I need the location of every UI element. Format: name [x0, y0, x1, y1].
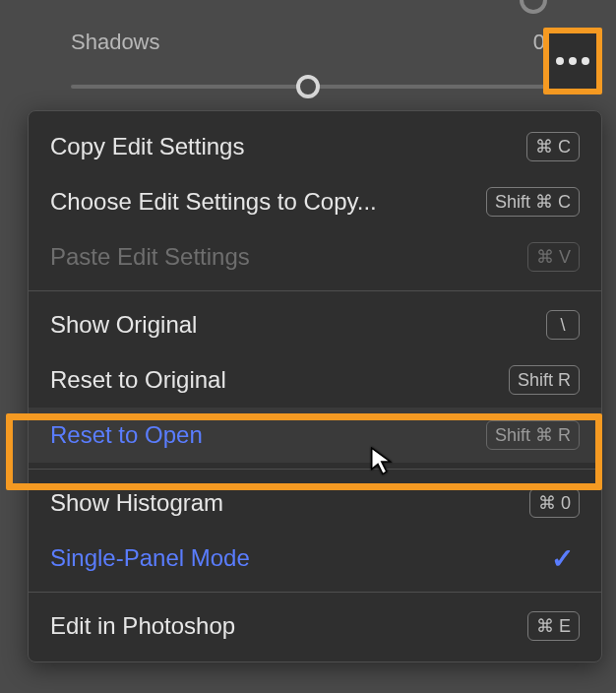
ellipsis-icon: [556, 57, 589, 65]
more-options-menu: Copy Edit Settings ⌘ C Choose Edit Setti…: [28, 110, 602, 662]
menu-item-reset-to-original[interactable]: Reset to Original Shift R: [29, 352, 601, 408]
more-options-button[interactable]: [549, 33, 596, 89]
menu-item-label: Copy Edit Settings: [50, 133, 244, 160]
more-button-highlight: [543, 28, 602, 94]
menu-item-label: Choose Edit Settings to Copy...: [50, 188, 377, 216]
check-icon: ✓: [551, 542, 574, 575]
menu-item-copy-edit-settings[interactable]: Copy Edit Settings ⌘ C: [29, 119, 601, 174]
menu-divider: [29, 469, 601, 470]
shortcut-badge: ⌘ C: [526, 132, 580, 161]
menu-item-show-original[interactable]: Show Original \: [29, 297, 601, 352]
menu-item-label: Show Histogram: [50, 489, 223, 517]
menu-item-label: Reset to Original: [50, 366, 226, 394]
menu-item-single-panel-mode[interactable]: Single-Panel Mode ✓: [29, 531, 601, 586]
menu-item-label: Reset to Open: [50, 421, 203, 449]
menu-item-paste-edit-settings: Paste Edit Settings ⌘ V: [29, 229, 601, 284]
shortcut-badge: \: [546, 310, 580, 340]
menu-divider: [29, 290, 601, 291]
menu-item-label: Edit in Photoshop: [50, 612, 235, 640]
menu-item-edit-in-photoshop[interactable]: Edit in Photoshop ⌘ E: [29, 598, 601, 654]
shadows-slider[interactable]: [71, 69, 545, 108]
menu-item-reset-to-open[interactable]: Reset to Open Shift ⌘ R: [29, 408, 601, 463]
menu-item-label: Single-Panel Mode: [50, 544, 250, 572]
menu-item-choose-edit-settings[interactable]: Choose Edit Settings to Copy... Shift ⌘ …: [29, 174, 601, 229]
shadows-label: Shadows: [71, 30, 160, 55]
menu-item-show-histogram[interactable]: Show Histogram ⌘ 0: [29, 475, 601, 531]
shortcut-badge: ⌘ V: [527, 242, 580, 272]
shortcut-badge: ⌘ 0: [529, 488, 580, 518]
menu-item-label: Show Original: [50, 311, 197, 339]
shortcut-badge: Shift ⌘ C: [486, 187, 580, 217]
shortcut-badge: Shift R: [509, 365, 580, 395]
menu-divider: [29, 592, 601, 593]
slider-thumb[interactable]: [296, 75, 320, 98]
shadows-slider-row: Shadows 0: [71, 30, 545, 55]
shortcut-badge: Shift ⌘ R: [486, 420, 580, 450]
tone-slider-panel: Shadows 0: [0, 0, 616, 110]
menu-item-label: Paste Edit Settings: [50, 243, 250, 271]
shortcut-badge: ⌘ E: [527, 611, 580, 641]
